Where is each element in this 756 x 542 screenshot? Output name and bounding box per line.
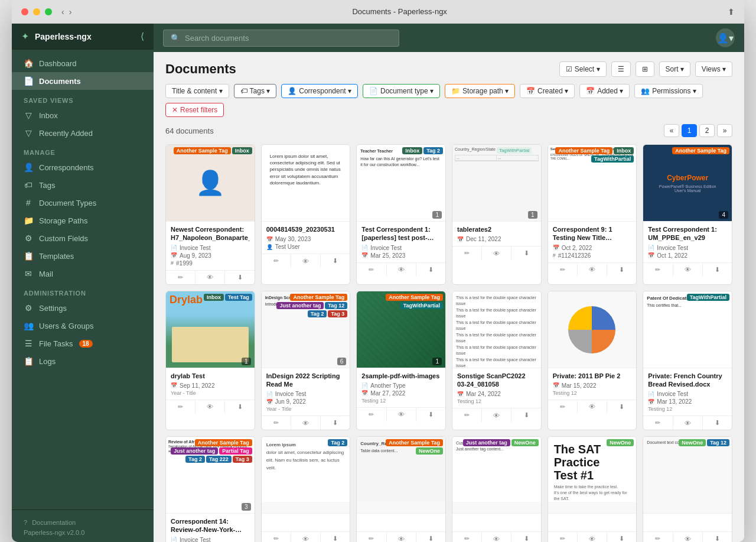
- download-doc-button[interactable]: ⬇: [511, 408, 540, 422]
- search-input[interactable]: [185, 34, 392, 43]
- preview-doc-button[interactable]: 👁: [291, 532, 320, 542]
- sidebar-item-tags[interactable]: 🏷 Tags: [12, 176, 154, 194]
- document-card[interactable]: The SATPracticeTest #1 Make time to take…: [548, 436, 637, 542]
- minimize-button[interactable]: [33, 8, 40, 15]
- preview-doc-button[interactable]: 👁: [673, 416, 702, 430]
- sidebar-item-logs[interactable]: 📋 Logs: [12, 352, 154, 370]
- download-doc-button[interactable]: ⬇: [702, 416, 732, 430]
- sidebar-item-dashboard[interactable]: 🏠 Dashboard: [12, 54, 154, 72]
- preview-doc-button[interactable]: 👁: [386, 408, 416, 421]
- edit-doc-button[interactable]: ✏: [262, 254, 291, 268]
- added-filter[interactable]: 📅 Added ▾: [579, 84, 630, 98]
- edit-doc-button[interactable]: ✏: [643, 416, 672, 430]
- title-content-filter[interactable]: Title & content ▾: [165, 84, 229, 98]
- document-card[interactable]: Patent Of Dedication (91) This certifies…: [643, 291, 732, 431]
- document-card[interactable]: CyberPower PowerPanel® Business EditionU…: [643, 144, 732, 285]
- preview-doc-button[interactable]: 👁: [481, 532, 511, 542]
- preview-doc-button[interactable]: 👁: [195, 400, 224, 414]
- preview-doc-button[interactable]: 👁: [577, 263, 607, 277]
- document-card[interactable]: 👤 Another Sample Tag Inbox Newest Corres…: [165, 144, 255, 285]
- document-type-filter[interactable]: 📄 Document type ▾: [363, 84, 440, 98]
- sidebar-toggle-button[interactable]: ⟨: [141, 31, 144, 42]
- storage-path-filter[interactable]: 📁 Storage path ▾: [445, 84, 515, 98]
- sidebar-item-file-tasks[interactable]: ☰ File Tasks 18: [12, 335, 154, 352]
- sidebar-item-templates[interactable]: 📋 Templates: [12, 247, 154, 265]
- document-card[interactable]: Teacher Teacher How far can this AI gene…: [356, 144, 446, 285]
- tags-filter[interactable]: 🏷 Tags ▾: [234, 84, 277, 98]
- preview-doc-button[interactable]: 👁: [195, 271, 224, 284]
- document-card[interactable]: Country_Region/StateTagWithPartial .....…: [452, 144, 542, 285]
- page-1-button[interactable]: 1: [682, 124, 697, 137]
- sidebar-item-users-groups[interactable]: 👥 Users & Groups: [12, 317, 154, 335]
- sidebar-item-recently-added[interactable]: ▽ Recently Added: [12, 124, 154, 142]
- edit-doc-button[interactable]: ✏: [548, 400, 577, 414]
- download-doc-button[interactable]: ⬇: [702, 532, 732, 542]
- preview-doc-button[interactable]: 👁: [577, 532, 607, 542]
- edit-doc-button[interactable]: ✏: [357, 408, 386, 421]
- select-button[interactable]: ☑ Select ▾: [559, 61, 607, 77]
- sidebar-item-document-types[interactable]: # Document Types: [12, 194, 154, 212]
- document-card[interactable]: Serial Number Company Name Employee... 0…: [548, 144, 637, 285]
- download-doc-button[interactable]: ⬇: [607, 532, 636, 542]
- sidebar-item-storage-paths[interactable]: 📁 Storage Paths: [12, 212, 154, 229]
- download-doc-button[interactable]: ⬇: [224, 400, 254, 414]
- list-view-button[interactable]: ☰: [611, 61, 631, 77]
- download-doc-button[interactable]: ⬇: [224, 271, 254, 284]
- document-card[interactable]: Lorem ipsum dolor sit amet, consectetur …: [261, 436, 351, 542]
- sidebar-item-settings[interactable]: ⚙ Settings: [12, 299, 154, 317]
- download-doc-button[interactable]: ⬇: [702, 263, 732, 277]
- sort-button[interactable]: Sort ▾: [659, 61, 690, 77]
- preview-doc-button[interactable]: 👁: [481, 408, 511, 422]
- preview-doc-button[interactable]: 👁: [386, 263, 416, 277]
- download-doc-button[interactable]: ⬇: [511, 246, 540, 260]
- edit-doc-button[interactable]: ✏: [452, 408, 481, 422]
- download-doc-button[interactable]: ⬇: [511, 532, 540, 542]
- document-card[interactable]: InDesign Scripting Documentation Introdu…: [261, 291, 351, 431]
- user-menu-button[interactable]: 👤▾: [716, 28, 735, 47]
- document-card[interactable]: Customs Direct Docs... Just another tag …: [452, 436, 542, 542]
- document-card[interactable]: Drylab Inbox Test Tag 1 drylab Test 📅: [165, 291, 255, 431]
- edit-doc-button[interactable]: ✏: [166, 400, 195, 414]
- download-doc-button[interactable]: ⬇: [416, 532, 445, 542]
- created-filter[interactable]: 📅 Created ▾: [520, 84, 575, 98]
- maximize-button[interactable]: [45, 8, 52, 15]
- document-card[interactable]: This is a test for the double space char…: [452, 291, 542, 431]
- search-box[interactable]: 🔍: [163, 30, 399, 47]
- preview-doc-button[interactable]: 👁: [291, 416, 320, 430]
- edit-doc-button[interactable]: ✏: [548, 532, 577, 542]
- document-card[interactable]: Review of African Affairs Serialization …: [165, 436, 255, 542]
- download-doc-button[interactable]: ⬇: [416, 408, 445, 421]
- document-card[interactable]: Country_Region/State Table data content.…: [356, 436, 446, 542]
- document-card[interactable]: Private: 2011 BP Pie 2 📅Mar 15, 2022 Tes…: [548, 291, 637, 431]
- download-doc-button[interactable]: ⬇: [320, 532, 350, 542]
- edit-doc-button[interactable]: ✏: [643, 532, 672, 542]
- preview-doc-button[interactable]: 👁: [481, 246, 511, 260]
- edit-doc-button[interactable]: ✏: [357, 532, 386, 542]
- grid-view-button[interactable]: ⊞: [636, 61, 654, 77]
- download-doc-button[interactable]: ⬇: [320, 416, 350, 430]
- preview-doc-button[interactable]: 👁: [673, 263, 702, 277]
- sidebar-item-custom-fields[interactable]: ⚙ Custom Fields: [12, 229, 154, 247]
- sidebar-item-inbox[interactable]: ▽ Inbox: [12, 106, 154, 124]
- back-button[interactable]: ‹: [61, 7, 64, 17]
- edit-doc-button[interactable]: ✏: [262, 416, 291, 430]
- correspondent-filter[interactable]: 👤 Correspondent ▾: [281, 84, 358, 98]
- documentation-link[interactable]: ? Documentation: [24, 516, 142, 529]
- preview-doc-button[interactable]: 👁: [386, 532, 416, 542]
- edit-doc-button[interactable]: ✏: [452, 532, 481, 542]
- download-doc-button[interactable]: ⬇: [320, 254, 350, 268]
- document-card[interactable]: Another Sample Tag TagWithPartial 1 2sam…: [356, 291, 446, 431]
- share-icon[interactable]: ⬆: [728, 7, 735, 17]
- reset-filters-button[interactable]: ✕ Reset filters: [165, 103, 224, 117]
- document-card[interactable]: Lorem ipsum dolor sit amet, consectetur …: [261, 144, 351, 285]
- edit-doc-button[interactable]: ✏: [262, 532, 291, 542]
- sidebar-item-documents[interactable]: 📄 Documents: [12, 72, 154, 90]
- edit-doc-button[interactable]: ✏: [166, 271, 195, 284]
- edit-doc-button[interactable]: ✏: [643, 263, 672, 277]
- close-button[interactable]: [21, 8, 28, 15]
- prev-page-button[interactable]: «: [664, 124, 679, 137]
- views-button[interactable]: Views ▾: [695, 61, 732, 77]
- download-doc-button[interactable]: ⬇: [416, 263, 445, 277]
- permissions-filter[interactable]: 👥 Permissions ▾: [634, 84, 703, 98]
- edit-doc-button[interactable]: ✏: [357, 263, 386, 277]
